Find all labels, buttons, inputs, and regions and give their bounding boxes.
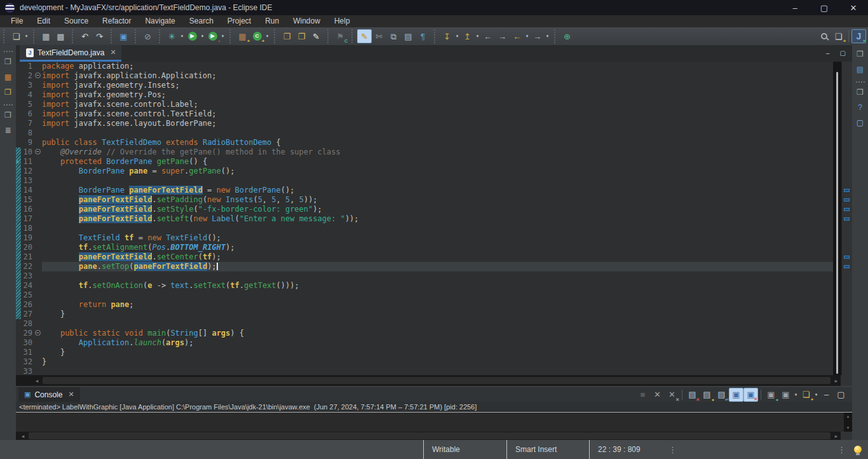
open-resource-icon[interactable]: ❐ [294,29,309,43]
menu-file[interactable]: File [4,15,30,27]
console-horizontal-scrollbar[interactable]: ◂ ▸ [16,432,852,440]
line-number[interactable]: 16 [21,205,34,214]
code-line-30[interactable]: 30 Application.launch(args); [16,338,833,348]
search-highlighter-icon[interactable]: ✎ [309,29,323,43]
run-external-tools-dropdown-icon[interactable]: ▾ [220,34,226,39]
run-dropdown-icon[interactable]: ▾ [200,34,205,39]
line-number[interactable]: 28 [21,319,34,329]
line-number[interactable]: 30 [21,338,34,348]
tab-textfielddemo[interactable]: J TextFieldDemo.java ✕ [20,45,121,62]
new-java-class-icon[interactable]: C+ [250,29,264,43]
line-number[interactable]: 25 [21,291,34,300]
java-perspective-icon[interactable]: J● [851,29,866,43]
code-line-9[interactable]: 9public class TextFieldDemo extends Radi… [16,138,833,147]
toggle-breadcrumb-icon[interactable]: ⚑C [333,29,348,43]
search-icon[interactable] [817,29,831,43]
horizontal-scroll-thumb[interactable] [43,377,831,384]
go-to-next-member-icon[interactable]: ↥ [460,29,475,43]
line-number[interactable]: 18 [21,224,34,233]
line-number[interactable]: 10 [21,147,34,157]
forward-history-icon[interactable]: → [530,29,545,43]
line-number[interactable]: 20 [21,243,34,252]
tab-close-icon[interactable]: ✕ [110,48,116,57]
code-line-27[interactable]: 27 } [16,310,833,319]
new-wizard-dropdown-icon[interactable]: ▾ [24,34,29,39]
line-number[interactable]: 24 [21,281,34,291]
scroll-left-icon[interactable]: ◂ [32,378,41,384]
code-line-14[interactable]: 14 BorderPane paneForTextField = new Bor… [16,186,833,195]
line-number[interactable]: 5 [21,100,34,109]
line-number[interactable]: 23 [21,271,34,281]
occurrence-mark[interactable] [844,189,850,192]
minimize-window-button[interactable]: – [780,0,810,15]
maximize-console-icon[interactable]: ▢ [834,388,848,402]
line-number[interactable]: 31 [21,348,34,357]
debug-icon[interactable]: ✳ [165,29,179,43]
console-output[interactable] [16,413,844,432]
code-line-33[interactable]: 33 [16,367,833,375]
back-history-icon[interactable]: ← [510,29,524,43]
close-window-button[interactable]: ✕ [839,0,868,15]
menu-project[interactable]: Project [220,15,258,27]
line-number[interactable]: 29 [21,329,34,338]
code-line-7[interactable]: 7import javafx.scene.layout.BorderPane; [16,119,833,128]
line-number[interactable]: 9 [21,138,34,147]
new-java-class-dropdown-icon[interactable]: ▾ [264,34,270,39]
task-list-icon[interactable]: ▤ [854,63,867,76]
display-selected-console-dropdown-icon[interactable]: ▾ [793,392,799,397]
console-scroll-down-icon[interactable]: ▾ [847,425,850,430]
open-console-dropdown-icon[interactable]: ▾ [813,392,819,397]
code-line-20[interactable]: 20 tf.setAlignment(Pos.BOTTOM_RIGHT); [16,243,833,252]
code-line-12[interactable]: 12 BorderPane pane = super.getPane(); [16,167,833,176]
occurrence-mark[interactable] [844,256,850,259]
menu-help[interactable]: Help [327,15,357,27]
restore-left-top-icon[interactable]: ❐ [2,55,15,68]
code-line-1[interactable]: 1package application; [16,62,833,71]
menu-refactor[interactable]: Refactor [95,15,138,27]
console-horizontal-scroll-thumb[interactable] [29,432,831,439]
remove-all-terminated-icon[interactable]: ✕✕ [665,388,679,402]
line-number[interactable]: 6 [21,109,34,119]
line-number[interactable]: 2 [21,71,34,81]
maximize-editor-icon[interactable]: ▢ [840,50,846,57]
line-number[interactable]: 7 [21,119,34,128]
save-all-icon[interactable]: ▩ [53,29,68,43]
vertical-scroll-thumb[interactable] [836,72,838,374]
menu-window[interactable]: Window [286,15,327,27]
code-line-22[interactable]: 22 pane.setTop(paneForTextField); [16,262,833,271]
pin-editor-icon[interactable]: ⊕ [560,29,574,43]
outline-icon[interactable]: ≣ [2,124,15,137]
save-icon[interactable]: ▦ [39,29,53,43]
tab-console[interactable]: ▣ Console ✕ [18,387,80,402]
code-line-2[interactable]: 2−import javafx.application.Application; [16,71,833,81]
code-line-4[interactable]: 4import javafx.geometry.Pos; [16,90,833,100]
editor-area-shortcut-icon[interactable]: ▢ [854,116,867,129]
terminate-icon[interactable]: ■ [635,388,650,402]
line-number[interactable]: 15 [21,195,34,205]
code-line-29[interactable]: 29− public static void main(String[] arg… [16,329,833,338]
menu-source[interactable]: Source [57,15,95,27]
pin-console-icon[interactable]: ▣● [764,388,778,402]
code-line-21[interactable]: 21 paneForTextField.setCenter(tf); [16,252,833,262]
new-wizard-icon[interactable]: ❏ [9,29,24,43]
code-line-10[interactable]: 10− @Override // Override the getPane() … [16,147,833,157]
restore-left-bottom-icon[interactable]: ❐ [2,109,15,121]
line-number[interactable]: 26 [21,300,34,310]
console-scroll-right-icon[interactable]: ▸ [832,433,841,439]
minimize-console-icon[interactable]: – [819,388,834,402]
line-number[interactable]: 27 [21,310,34,319]
occurrence-mark[interactable] [844,265,850,268]
console-tab-close-icon[interactable]: ✕ [68,390,74,399]
clear-console-icon[interactable]: ▤✕ [685,388,700,402]
occurrence-mark[interactable] [844,198,850,202]
line-number[interactable]: 22 [21,262,34,271]
display-selected-console-icon[interactable]: ▣ [778,388,793,402]
menu-edit[interactable]: Edit [30,15,57,27]
code-line-18[interactable]: 18 [16,224,833,233]
code-line-16[interactable]: 16 paneForTextField.setStyle("-fx-border… [16,205,833,214]
code-area[interactable]: 1package application;2−import javafx.app… [16,62,833,375]
line-number[interactable]: 19 [21,233,34,243]
code-line-17[interactable]: 17 paneForTextField.setLeft(new Label("E… [16,214,833,224]
code-line-24[interactable]: 24 tf.setOnAction(e -> text.setText(tf.g… [16,281,833,291]
open-console-icon[interactable]: ❏+ [799,388,813,402]
